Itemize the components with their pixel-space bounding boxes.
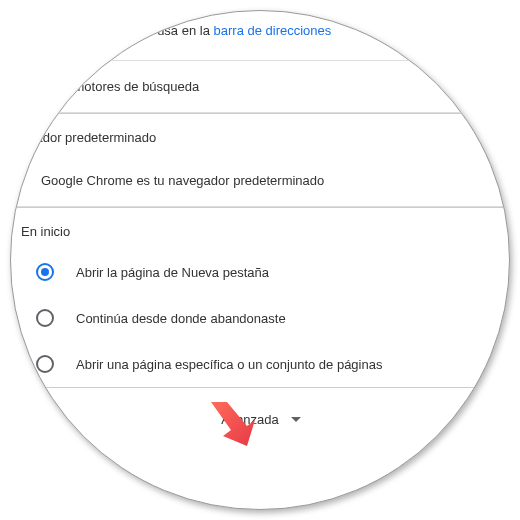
search-engine-value[interactable]: Google xyxy=(471,23,510,38)
startup-option-specific[interactable]: Abrir una página específica o un conjunt… xyxy=(10,341,510,387)
startup-option-label: Abrir una página específica o un conjunt… xyxy=(76,357,382,372)
radio-selected-icon xyxy=(36,263,54,281)
default-browser-status: Google Chrome es tu navegador predetermi… xyxy=(41,173,324,188)
advanced-toggle[interactable]: Avanzada xyxy=(10,394,510,445)
settings-content: úsqueda que se usa en la barra de direcc… xyxy=(10,10,510,445)
chevron-down-icon xyxy=(291,417,301,422)
startup-option-label: Abrir la página de Nueva pestaña xyxy=(76,265,269,280)
startup-option-label: Continúa desde donde abandonaste xyxy=(76,311,286,326)
on-startup-section: En inicio Abrir la página de Nueva pesta… xyxy=(10,208,510,388)
radio-unselected-icon xyxy=(36,309,54,327)
default-browser-status-row: Google Chrome es tu navegador predetermi… xyxy=(10,155,510,207)
startup-option-continue[interactable]: Continúa desde donde abandonaste xyxy=(10,295,510,341)
on-startup-header: En inicio xyxy=(10,208,510,249)
advanced-label: Avanzada xyxy=(221,412,279,427)
manage-search-engines-row[interactable]: istrar motores de búsqueda xyxy=(10,61,510,113)
radio-unselected-icon xyxy=(36,355,54,373)
default-browser-section: egador predeterminado Google Chrome es t… xyxy=(10,114,510,208)
default-browser-header: egador predeterminado xyxy=(10,114,510,155)
search-engine-description: úsqueda que se usa en la barra de direcc… xyxy=(61,23,331,38)
search-engine-section: úsqueda que se usa en la barra de direcc… xyxy=(10,10,510,114)
startup-option-new-tab[interactable]: Abrir la página de Nueva pestaña xyxy=(10,249,510,295)
manage-search-engines-label: istrar motores de búsqueda xyxy=(41,79,199,94)
search-engine-row[interactable]: úsqueda que se usa en la barra de direcc… xyxy=(10,10,510,61)
address-bar-link[interactable]: barra de direcciones xyxy=(214,23,332,38)
